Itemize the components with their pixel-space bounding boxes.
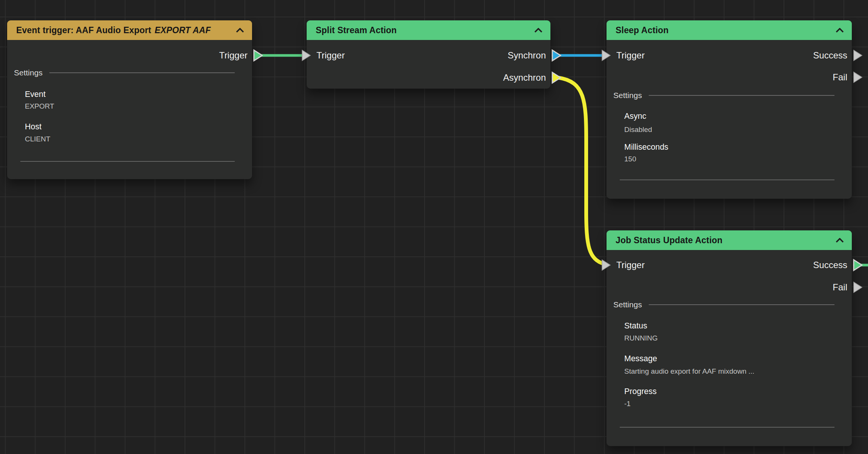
collapse-button[interactable] xyxy=(835,27,844,33)
collapse-button[interactable] xyxy=(835,237,844,243)
field-label-event: Event xyxy=(25,90,46,99)
field-label-milliseconds: Milliseconds xyxy=(624,143,668,152)
node-header[interactable]: Split Stream Action xyxy=(307,20,550,40)
node-split-stream-action[interactable]: Split Stream Action Trigger Synchron Asy… xyxy=(307,20,550,89)
node-event-trigger[interactable]: Event trigger: AAF Audio ExportEXPORT AA… xyxy=(7,20,252,179)
port-label-trigger-in: Trigger xyxy=(316,50,345,61)
node-title: Event trigger: AAF Audio ExportEXPORT AA… xyxy=(16,25,211,35)
field-value-progress: -1 xyxy=(624,400,631,408)
divider xyxy=(620,179,834,180)
node-header[interactable]: Event trigger: AAF Audio ExportEXPORT AA… xyxy=(7,20,252,40)
port-in-trigger[interactable] xyxy=(301,49,311,62)
collapse-button[interactable] xyxy=(235,27,245,33)
field-value-message: Starting audio export for AAF mixdown ..… xyxy=(624,367,754,376)
port-label-trigger-in: Trigger xyxy=(616,260,645,270)
field-value-milliseconds: 150 xyxy=(624,155,636,163)
node-title: Job Status Update Action xyxy=(616,235,723,245)
field-label-progress: Progress xyxy=(624,387,657,396)
chevron-up-icon xyxy=(236,28,244,33)
field-value-status: RUNNING xyxy=(624,334,658,342)
port-out-success[interactable] xyxy=(853,49,863,62)
port-label-success-out: Success xyxy=(813,260,847,270)
chevron-up-icon xyxy=(836,238,844,243)
port-label-asynchron-out: Asynchron xyxy=(503,72,546,83)
settings-heading: Settings xyxy=(14,68,235,77)
port-in-trigger[interactable] xyxy=(601,259,611,271)
port-out-fail[interactable] xyxy=(853,281,863,294)
field-label-message: Message xyxy=(624,354,657,364)
node-header[interactable]: Job Status Update Action xyxy=(607,230,852,250)
settings-rule xyxy=(649,304,834,305)
port-label-fail-out: Fail xyxy=(833,282,847,293)
settings-heading: Settings xyxy=(613,91,834,100)
port-in-trigger[interactable] xyxy=(601,49,611,62)
port-label-success-out: Success xyxy=(813,50,847,61)
node-header[interactable]: Sleep Action xyxy=(607,20,852,40)
port-out-synchron[interactable] xyxy=(552,49,561,62)
port-label-fail-out: Fail xyxy=(833,72,847,83)
port-label-synchron-out: Synchron xyxy=(508,50,546,61)
node-editor-canvas[interactable]: Event trigger: AAF Audio ExportEXPORT AA… xyxy=(0,0,868,454)
settings-heading: Settings xyxy=(613,300,834,309)
chevron-up-icon xyxy=(534,28,542,33)
node-job-status-update-action[interactable]: Job Status Update Action Trigger Success… xyxy=(607,230,852,446)
divider xyxy=(620,427,834,428)
divider xyxy=(20,161,235,162)
chevron-up-icon xyxy=(836,28,844,33)
field-label-async: Async xyxy=(624,112,646,121)
port-out-asynchron[interactable] xyxy=(552,71,561,84)
settings-rule xyxy=(649,95,834,96)
port-out-fail[interactable] xyxy=(853,71,863,84)
field-value-host: CLIENT xyxy=(25,135,50,143)
field-label-status: Status xyxy=(624,321,647,331)
field-value-async: Disabled xyxy=(624,126,652,134)
field-label-host: Host xyxy=(25,122,41,132)
port-label-trigger-in: Trigger xyxy=(616,50,645,61)
node-sleep-action[interactable]: Sleep Action Trigger Success Fail Settin… xyxy=(607,20,852,199)
port-out-trigger[interactable] xyxy=(253,49,263,62)
wire-asynchron-yellow[interactable] xyxy=(558,78,604,264)
port-label-trigger-out: Trigger xyxy=(219,50,248,61)
field-value-event: EXPORT xyxy=(25,102,54,110)
node-body xyxy=(607,250,852,446)
node-title: Split Stream Action xyxy=(316,25,397,35)
port-out-success[interactable] xyxy=(853,259,863,271)
settings-rule xyxy=(49,72,235,73)
node-title: Sleep Action xyxy=(616,25,669,35)
collapse-button[interactable] xyxy=(534,27,543,33)
